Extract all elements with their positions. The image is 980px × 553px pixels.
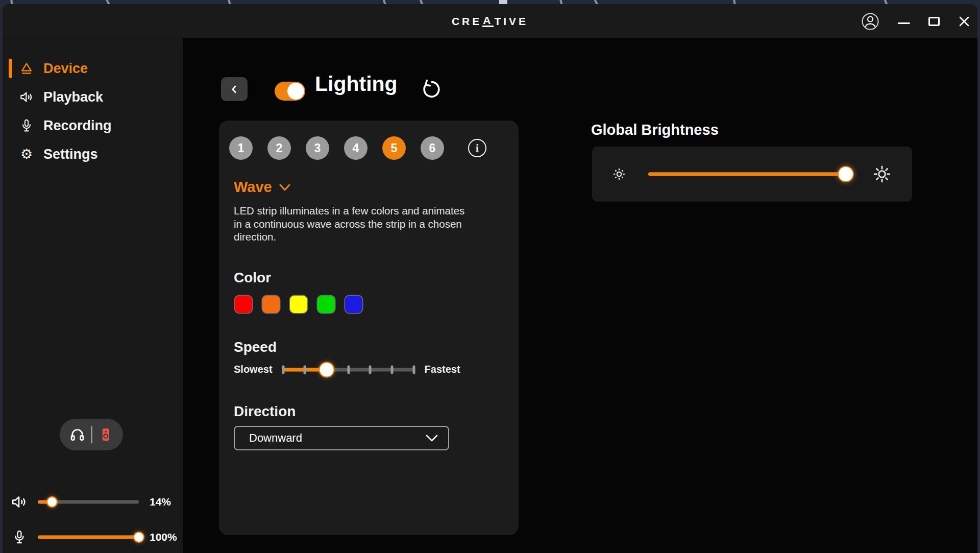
sidebar: Device Playback bbox=[3, 38, 183, 553]
color-swatch-yellow[interactable] bbox=[290, 296, 307, 313]
divider bbox=[91, 426, 92, 443]
speaker-device-icon[interactable] bbox=[98, 427, 113, 442]
sidebar-item-playback[interactable]: Playback bbox=[3, 86, 183, 108]
device-icon bbox=[19, 61, 34, 76]
minimize-button[interactable] bbox=[898, 18, 910, 24]
speed-tick bbox=[412, 365, 415, 374]
color-swatch-blue[interactable] bbox=[345, 296, 362, 313]
sidebar-item-label: Playback bbox=[43, 89, 103, 105]
mic-row: 100% bbox=[3, 530, 183, 545]
back-button[interactable] bbox=[221, 77, 248, 101]
window-controls bbox=[861, 4, 970, 38]
zone-button-5[interactable]: 5 bbox=[382, 136, 406, 160]
volume-slider[interactable] bbox=[38, 495, 139, 509]
logo-text-pre: CRE bbox=[452, 15, 482, 28]
sidebar-nav: Device Playback bbox=[3, 38, 183, 165]
microphone-icon bbox=[19, 118, 34, 133]
color-label: Color bbox=[234, 270, 519, 286]
slider-fill bbox=[648, 173, 846, 176]
sidebar-item-label: Settings bbox=[43, 147, 98, 162]
chevron-down-icon bbox=[278, 182, 291, 193]
sidebar-item-recording[interactable]: Recording bbox=[3, 114, 183, 137]
logo-text-post: TIVE bbox=[494, 15, 528, 28]
volume-row: 14% bbox=[3, 494, 183, 510]
speed-tick bbox=[369, 365, 372, 374]
logo-triangle-a: A bbox=[482, 15, 494, 27]
creative-logo: CREATIVE bbox=[3, 4, 977, 38]
global-brightness-card bbox=[592, 147, 912, 202]
color-swatch-red[interactable] bbox=[235, 296, 252, 313]
speed-min-label: Slowest bbox=[234, 364, 273, 375]
speed-slider-thumb[interactable] bbox=[320, 363, 333, 376]
gear-icon: ⚙ bbox=[19, 147, 34, 162]
mic-volume-icon[interactable] bbox=[10, 528, 29, 546]
titlebar: CREATIVE bbox=[3, 4, 977, 38]
speed-tick bbox=[347, 365, 350, 374]
speed-slider[interactable] bbox=[283, 363, 414, 377]
color-swatch-orange[interactable] bbox=[262, 296, 280, 313]
headphones-icon[interactable] bbox=[69, 427, 85, 443]
app-window: CREATIVE bbox=[3, 4, 977, 553]
direction-dropdown[interactable]: Downward bbox=[234, 426, 449, 450]
page-title: Lighting bbox=[315, 72, 398, 96]
speaker-icon bbox=[19, 89, 34, 105]
sidebar-item-device[interactable]: Device bbox=[3, 57, 183, 80]
lighting-enable-toggle[interactable] bbox=[275, 82, 305, 101]
mic-value: 100% bbox=[150, 531, 177, 543]
reset-icon[interactable] bbox=[421, 79, 443, 100]
zone-button-4[interactable]: 4 bbox=[344, 136, 368, 160]
color-swatches bbox=[235, 296, 519, 313]
sidebar-item-settings[interactable]: ⚙ Settings bbox=[3, 143, 183, 165]
lighting-effect-card: 1 2 3 4 5 6 i Wave LED strip illuminates… bbox=[219, 121, 519, 535]
effect-name: Wave bbox=[234, 179, 272, 196]
speed-tick bbox=[282, 365, 284, 374]
brightness-slider-thumb[interactable] bbox=[839, 167, 853, 181]
speed-row: Slowest Fastest bbox=[234, 362, 519, 377]
zone-button-3[interactable]: 3 bbox=[306, 136, 329, 160]
zone-selector: 1 2 3 4 5 6 i bbox=[219, 121, 519, 160]
sidebar-item-label: Recording bbox=[43, 118, 112, 134]
mic-slider-thumb[interactable] bbox=[134, 533, 143, 542]
speed-max-label: Fastest bbox=[425, 364, 460, 375]
effect-description: LED strip illuminates in a few colors an… bbox=[234, 204, 470, 244]
account-icon[interactable] bbox=[861, 12, 879, 31]
volume-value: 14% bbox=[150, 496, 171, 508]
mic-slider[interactable] bbox=[38, 530, 139, 544]
close-button[interactable] bbox=[958, 15, 970, 28]
speed-tick bbox=[304, 365, 306, 374]
chevron-down-icon bbox=[425, 433, 439, 443]
global-brightness-label: Global Brightness bbox=[591, 122, 719, 138]
brightness-high-icon bbox=[871, 163, 893, 185]
active-indicator bbox=[9, 59, 12, 78]
toggle-knob bbox=[287, 83, 304, 100]
zone-button-1[interactable]: 1 bbox=[229, 136, 253, 160]
volume-slider-thumb[interactable] bbox=[47, 497, 57, 507]
zone-button-6[interactable]: 6 bbox=[421, 136, 444, 160]
speed-tick bbox=[390, 365, 393, 374]
slider-fill bbox=[38, 536, 139, 539]
brightness-low-icon bbox=[611, 166, 627, 182]
maximize-button[interactable] bbox=[928, 17, 940, 26]
output-device-toggle[interactable] bbox=[60, 419, 123, 450]
direction-value: Downward bbox=[249, 431, 302, 445]
speed-label: Speed bbox=[234, 339, 519, 355]
volume-icon[interactable] bbox=[10, 493, 29, 511]
sidebar-item-label: Device bbox=[43, 61, 88, 77]
direction-label: Direction bbox=[234, 403, 519, 420]
effect-dropdown[interactable]: Wave bbox=[234, 179, 519, 196]
color-swatch-green[interactable] bbox=[317, 296, 335, 313]
brightness-slider[interactable] bbox=[648, 167, 850, 181]
info-icon[interactable]: i bbox=[468, 139, 486, 157]
zone-button-2[interactable]: 2 bbox=[267, 136, 291, 160]
